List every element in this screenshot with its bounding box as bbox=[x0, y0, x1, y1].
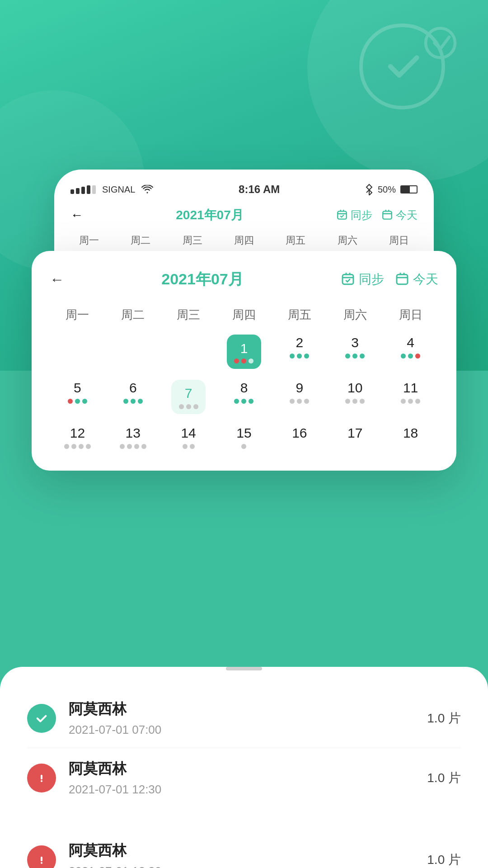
card-header-actions: 同步 今天 bbox=[341, 271, 438, 288]
dot bbox=[190, 444, 195, 449]
cal-num-10: 10 bbox=[347, 380, 362, 396]
signal-label: SIGNAL bbox=[102, 184, 135, 195]
med-name-1: 阿莫西林 bbox=[69, 699, 427, 719]
cal-cell-8[interactable]: 8 bbox=[216, 376, 272, 418]
medicine-item-2[interactable]: 阿莫西林 2021-07-01 12:30 1.0 片 bbox=[27, 748, 461, 807]
wifi-icon bbox=[141, 185, 153, 194]
medicine-list: 阿莫西林 2021-07-01 07:00 1.0 片 阿莫西林 2021-07… bbox=[14, 679, 474, 816]
cal-num-16: 16 bbox=[292, 425, 307, 441]
cal-num-3: 3 bbox=[351, 335, 359, 351]
cal-dots-2 bbox=[290, 354, 309, 359]
dot bbox=[127, 444, 132, 449]
dot bbox=[234, 359, 239, 363]
dot bbox=[64, 444, 69, 449]
dot bbox=[179, 404, 184, 409]
cal-num-13: 13 bbox=[126, 425, 141, 441]
cal-cell-11[interactable]: 11 bbox=[383, 376, 438, 418]
bluetooth-icon bbox=[365, 184, 373, 195]
card-back-btn[interactable]: ← bbox=[50, 271, 64, 288]
cal-dots-1 bbox=[234, 359, 253, 363]
dot bbox=[141, 444, 146, 449]
battery-percent: 50% bbox=[378, 184, 396, 195]
med-dose-3: 1.0 片 bbox=[427, 851, 461, 868]
cal-cell-12[interactable]: 12 bbox=[50, 421, 105, 453]
cal-dots-8 bbox=[234, 399, 253, 404]
cal-dots-12 bbox=[64, 444, 91, 449]
cal-num-1: 1 bbox=[240, 340, 248, 357]
card-today-btn[interactable]: 今天 bbox=[395, 271, 438, 288]
cal-cell-18[interactable]: 18 bbox=[383, 421, 438, 453]
dot bbox=[131, 399, 136, 404]
dot bbox=[408, 399, 413, 404]
cal-num-5: 5 bbox=[74, 380, 81, 396]
dot bbox=[241, 399, 246, 404]
dot bbox=[234, 399, 239, 404]
weekday-tue: 周二 bbox=[105, 303, 161, 326]
med-dose-1: 1.0 片 bbox=[427, 710, 461, 727]
medicine-warn-icon bbox=[27, 764, 56, 793]
cal-num-6: 6 bbox=[129, 380, 137, 396]
front-calendar-card: ← 2021年07月 同步 bbox=[32, 251, 456, 471]
card-header: ← 2021年07月 同步 bbox=[50, 269, 438, 290]
status-right: 50% bbox=[365, 184, 418, 195]
cal-cell-15[interactable]: 15 bbox=[216, 421, 272, 453]
dot bbox=[345, 399, 350, 404]
cal-cell-5[interactable]: 5 bbox=[50, 376, 105, 418]
cal-cell-16[interactable]: 16 bbox=[272, 421, 327, 453]
dot bbox=[360, 399, 365, 404]
med-time-2: 2021-07-01 12:30 bbox=[69, 783, 427, 797]
dot bbox=[71, 444, 76, 449]
cal-cell-7[interactable]: 7 bbox=[161, 376, 216, 418]
medicine-check-icon bbox=[27, 704, 56, 733]
cal-cell-6[interactable]: 6 bbox=[105, 376, 161, 418]
cal-cell-3[interactable]: 3 bbox=[327, 331, 383, 373]
dot bbox=[241, 359, 246, 363]
back-calendar-header: ← 2021年07月 同步 bbox=[54, 200, 434, 230]
dot bbox=[86, 444, 91, 449]
svg-rect-6 bbox=[383, 211, 392, 219]
medicine-item-1[interactable]: 阿莫西林 2021-07-01 07:00 1.0 片 bbox=[27, 689, 461, 748]
sync-btn[interactable]: 同步 bbox=[336, 208, 372, 222]
week-header: 周一 周二 周三 周四 周五 周六 周日 bbox=[50, 303, 438, 326]
dot bbox=[297, 354, 302, 359]
cal-cell-10[interactable]: 10 bbox=[327, 376, 383, 418]
medicine-item-3[interactable]: 阿莫西林 2021-07-01 12:30 1.0 片 bbox=[27, 830, 461, 868]
cal-dots-11 bbox=[401, 399, 420, 404]
cal-cell-13[interactable]: 13 bbox=[105, 421, 161, 453]
dot bbox=[75, 399, 80, 404]
cal-num-8: 8 bbox=[240, 380, 248, 396]
dot bbox=[68, 399, 73, 404]
cal-cell-14[interactable]: 14 bbox=[161, 421, 216, 453]
cal-cell-empty-3 bbox=[161, 331, 216, 373]
card-today-label: 今天 bbox=[413, 271, 438, 288]
cal-num-11: 11 bbox=[403, 380, 418, 396]
dot bbox=[360, 354, 365, 359]
weekday-sat: 周六 bbox=[327, 303, 383, 326]
dot bbox=[79, 444, 84, 449]
battery-icon bbox=[400, 185, 418, 193]
dot bbox=[304, 354, 309, 359]
dot bbox=[345, 354, 350, 359]
svg-point-18 bbox=[41, 780, 42, 782]
dot bbox=[352, 399, 357, 404]
dot bbox=[297, 399, 302, 404]
card-sync-btn[interactable]: 同步 bbox=[341, 271, 384, 288]
dot bbox=[415, 354, 420, 359]
dot bbox=[408, 354, 413, 359]
weekday-fri: 周五 bbox=[272, 303, 327, 326]
cal-dots-10 bbox=[345, 399, 365, 404]
cal-cell-9[interactable]: 9 bbox=[272, 376, 327, 418]
dot bbox=[134, 444, 139, 449]
cal-cell-4[interactable]: 4 bbox=[383, 331, 438, 373]
dot bbox=[352, 354, 357, 359]
cal-cell-17[interactable]: 17 bbox=[327, 421, 383, 453]
svg-rect-14 bbox=[397, 274, 408, 284]
cal-cell-1[interactable]: 1 bbox=[216, 331, 272, 373]
header-actions: 同步 今天 bbox=[336, 208, 418, 222]
today-btn[interactable]: 今天 bbox=[381, 208, 418, 222]
dot bbox=[249, 359, 253, 363]
cal-cell-2[interactable]: 2 bbox=[272, 331, 327, 373]
dot bbox=[82, 399, 87, 404]
back-btn[interactable]: ← bbox=[70, 208, 83, 222]
back-month-label: 2021年07月 bbox=[176, 207, 243, 224]
